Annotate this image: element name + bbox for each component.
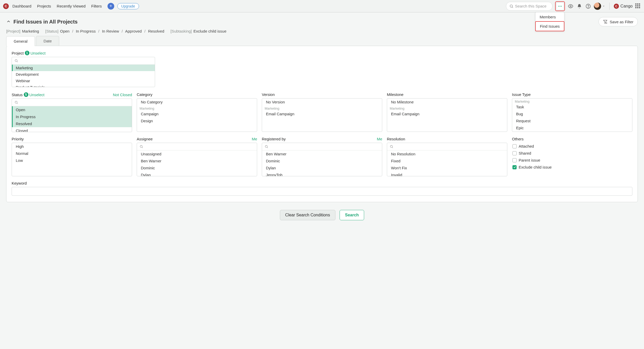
list-item[interactable]: Ben Warner: [137, 157, 257, 164]
registered-by-me[interactable]: Me: [377, 137, 382, 141]
project-options[interactable]: Marketing Development Webinar Product Tu…: [12, 65, 155, 87]
list-item[interactable]: Dylan: [262, 164, 382, 171]
list-item[interactable]: Campaign: [137, 110, 257, 117]
list-item[interactable]: Product Tutorials: [12, 84, 155, 87]
assignee-options[interactable]: Unassigned Ben Warner Dominic Dylan Jenn…: [137, 150, 257, 176]
list-item[interactable]: Ben Warner: [262, 150, 382, 157]
resolution-select: No Resolution Fixed Won't Fix Invalid Du…: [387, 143, 507, 176]
upgrade-button[interactable]: Upgrade: [117, 3, 139, 9]
project-search-input[interactable]: [20, 59, 152, 63]
list-item[interactable]: Fixed: [387, 157, 507, 164]
tab-general[interactable]: General: [6, 36, 35, 46]
global-search-input[interactable]: [515, 4, 549, 8]
list-item[interactable]: Normal: [12, 150, 132, 157]
keyword-input[interactable]: [12, 187, 632, 196]
list-item[interactable]: Resolved: [12, 120, 132, 127]
user-menu[interactable]: [594, 3, 605, 10]
list-item[interactable]: High: [12, 143, 132, 150]
list-item[interactable]: Open: [12, 106, 132, 113]
list-item[interactable]: Dylan: [137, 171, 257, 176]
resolution-search-input[interactable]: [395, 145, 504, 149]
assignee-search-input[interactable]: [145, 145, 254, 149]
list-item[interactable]: Epic: [512, 124, 632, 131]
status-unselect[interactable]: Unselect: [29, 93, 44, 97]
list-item[interactable]: Email Campaign: [262, 110, 382, 117]
app-logo[interactable]: C: [3, 3, 9, 9]
list-item[interactable]: Task: [512, 103, 632, 110]
nav-recently-viewed[interactable]: Recently Viewed: [57, 4, 86, 8]
others-attached[interactable]: Attached: [512, 143, 632, 150]
checkbox-checked-icon: [512, 165, 517, 169]
list-item[interactable]: Dominic: [137, 164, 257, 171]
list-item[interactable]: Design: [137, 117, 257, 124]
priority-options[interactable]: High Normal Low: [12, 143, 132, 176]
others-exclude-child[interactable]: Exclude child issue: [512, 164, 632, 171]
nav-dashboard[interactable]: Dashboard: [12, 4, 31, 8]
status-search-input[interactable]: [20, 100, 129, 104]
list-item[interactable]: No Version: [262, 98, 382, 105]
others-parent-issue[interactable]: Parent issue: [512, 157, 632, 164]
chevron-up-icon: [6, 19, 11, 24]
page-title: Find Issues in All Projects: [13, 19, 599, 25]
list-item[interactable]: In Progress: [12, 113, 132, 120]
nav-projects[interactable]: Projects: [37, 4, 51, 8]
assignee-me[interactable]: Me: [252, 137, 257, 141]
notifications-icon[interactable]: [576, 3, 582, 9]
create-button[interactable]: +: [108, 3, 114, 10]
help-icon[interactable]: [585, 3, 591, 9]
list-item[interactable]: No Category: [137, 98, 257, 105]
nav-filters[interactable]: Filters: [91, 4, 102, 8]
resolution-search[interactable]: [387, 143, 507, 150]
registered-by-search[interactable]: [262, 143, 382, 150]
milestone-options[interactable]: No Milestone Marketing Email Campaign: [387, 98, 507, 132]
list-item[interactable]: Marketing: [12, 65, 155, 71]
workspace-logo: C: [614, 4, 619, 9]
list-item[interactable]: JennyToh: [262, 171, 382, 176]
list-item[interactable]: Bug: [512, 110, 632, 117]
list-item[interactable]: No Milestone: [387, 98, 507, 105]
assignee-search[interactable]: [137, 143, 257, 150]
save-as-filter-button[interactable]: Save as Filter: [599, 17, 638, 26]
list-item[interactable]: Closed: [12, 127, 132, 132]
status-not-closed[interactable]: Not Closed: [113, 93, 132, 97]
collapse-toggle[interactable]: [6, 19, 11, 25]
registered-by-options[interactable]: Ben Warner Dominic Dylan JennyToh Katrin…: [262, 150, 382, 176]
list-item[interactable]: Low: [12, 157, 132, 164]
tab-date[interactable]: Date: [36, 36, 59, 46]
list-item[interactable]: Dominic: [262, 157, 382, 164]
list-item[interactable]: No Resolution: [387, 150, 507, 157]
list-item[interactable]: Webinar: [12, 78, 155, 84]
checkbox-icon: [512, 158, 517, 162]
watch-icon[interactable]: [568, 3, 574, 9]
version-options[interactable]: No Version Marketing Email Campaign: [262, 98, 382, 132]
menu-members[interactable]: Members: [535, 12, 564, 21]
list-item[interactable]: Email Campaign: [387, 110, 507, 117]
others-shared[interactable]: Shared: [512, 150, 632, 157]
category-options[interactable]: No Category Marketing Campaign Design: [137, 98, 257, 132]
project-search[interactable]: [12, 57, 155, 65]
clear-conditions-button[interactable]: Clear Search Conditions: [280, 210, 335, 220]
resolution-options[interactable]: No Resolution Fixed Won't Fix Invalid Du…: [387, 150, 507, 176]
list-item[interactable]: Request: [512, 117, 632, 124]
list-item[interactable]: Invalid: [387, 171, 507, 176]
menu-find-issues[interactable]: Find Issues: [535, 21, 564, 31]
list-item[interactable]: Won't Fix: [387, 164, 507, 171]
milestone-block: Milestone No Milestone Marketing Email C…: [387, 92, 507, 132]
more-menu-button[interactable]: [556, 2, 564, 10]
status-options[interactable]: Open In Progress Resolved Closed Marketi…: [12, 106, 132, 132]
search-button[interactable]: Search: [340, 210, 364, 220]
project-unselect[interactable]: Unselect: [30, 51, 45, 55]
workspace-switcher[interactable]: C Cango: [614, 4, 633, 9]
status-search[interactable]: [12, 99, 132, 106]
registered-by-search-input[interactable]: [270, 145, 379, 149]
search-icon: [390, 145, 393, 148]
issue-type-options[interactable]: Marketing Task Bug Request Epic Other: [512, 98, 632, 132]
filter-tabs: General Date: [0, 36, 644, 46]
list-item[interactable]: Development: [12, 71, 155, 78]
apps-grid-icon[interactable]: [635, 3, 641, 9]
list-item[interactable]: Unassigned: [137, 150, 257, 157]
funnel-plus-icon: [603, 19, 608, 24]
global-search[interactable]: [506, 2, 553, 11]
search-icon: [265, 145, 268, 148]
list-item[interactable]: Other: [512, 131, 632, 132]
